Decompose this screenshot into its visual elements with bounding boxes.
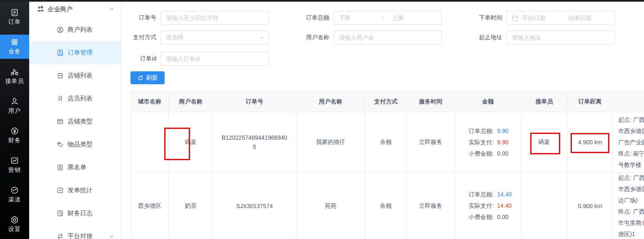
order-icon bbox=[10, 8, 19, 17]
menu-item-shop-type[interactable]: 店铺类型 bbox=[29, 110, 121, 133]
amount-paid-value: 14.40 bbox=[497, 200, 516, 211]
cell-city bbox=[131, 112, 169, 173]
platform-link-icon bbox=[57, 233, 64, 239]
address-line: 终点: 南宁 bbox=[618, 148, 644, 159]
order-no-text: B12022574894419669405 bbox=[215, 133, 294, 151]
sidebar-item-couriers[interactable]: 接单员 bbox=[0, 64, 29, 88]
sidebar-item-channels[interactable]: 渠道 bbox=[0, 183, 29, 207]
cell-distance: 0.900 km bbox=[567, 173, 613, 239]
filter-label: 订单id bbox=[121, 55, 160, 63]
secondary-sidebar: 企业商户 商户列表 订单管理 店铺列表 bbox=[29, 0, 121, 239]
sidebar-item-label: 渠道 bbox=[8, 196, 21, 204]
chevron-down-icon[interactable] bbox=[109, 234, 114, 239]
address-line: 起点: 广西 bbox=[618, 173, 644, 184]
amount-paid-label: 实际支付: bbox=[460, 137, 494, 148]
menu-item-label: 订单管理 bbox=[68, 49, 93, 57]
address-input[interactable] bbox=[507, 31, 614, 44]
menu-item-merchant-list[interactable]: 商户列表 bbox=[29, 18, 121, 41]
calendar-icon bbox=[512, 15, 518, 21]
menu-item-goods-type[interactable]: 物品类型 bbox=[29, 133, 121, 156]
end-date-input[interactable] bbox=[568, 11, 610, 25]
menu-item-blacklist[interactable]: 黑名单 bbox=[29, 156, 121, 179]
cell-address: 起点: 广西 市西乡塘区 达广场) 终点: 广西 市屯里商业 塘区)1 bbox=[613, 173, 644, 239]
cell-courier: 碼皇 bbox=[521, 112, 567, 173]
filter-label: 订单号 bbox=[121, 14, 160, 22]
order-total-max-input[interactable] bbox=[390, 11, 433, 25]
cell-merchant: 奶茶 bbox=[169, 173, 213, 239]
user-name-input[interactable] bbox=[334, 31, 441, 44]
sidebar-item-business[interactable]: 业务 bbox=[0, 35, 29, 59]
col-header-amount: 金额 bbox=[455, 91, 521, 112]
filter-order-time: 下单时间 bbox=[467, 11, 615, 25]
menu-item-dispatch-stats[interactable]: 发单统计 bbox=[29, 179, 121, 202]
address-line: 起点: 广西 bbox=[618, 114, 644, 126]
sidebar-item-label: 营销 bbox=[8, 166, 21, 174]
sidebar-item-label: 财务 bbox=[8, 137, 21, 144]
shop-list-icon bbox=[57, 72, 64, 79]
address-line: 达广场) bbox=[618, 195, 638, 206]
cell-courier bbox=[521, 173, 567, 239]
refresh-button[interactable]: 刷新 bbox=[130, 71, 165, 84]
amount-tip-label: 小费金额: bbox=[460, 148, 494, 159]
table-row[interactable]: 西乡塘区 奶茶 SJX30137574 苑苑 余额 立即服务 订单总额:14.4… bbox=[131, 173, 644, 239]
sidebar-item-label: 接单员 bbox=[5, 78, 24, 85]
address-line: 市西乡塘区 bbox=[618, 126, 644, 137]
menu-item-staff-list[interactable]: 店员列表 bbox=[29, 87, 121, 110]
order-total-min-input[interactable] bbox=[334, 11, 377, 25]
blacklist-icon bbox=[57, 164, 64, 171]
sidebar-item-orders[interactable]: 订单 bbox=[0, 5, 29, 29]
address-line: 市屯里商业 bbox=[618, 217, 644, 229]
sidebar-item-users[interactable]: 用户 bbox=[0, 94, 29, 118]
menu-item-label: 店员列表 bbox=[68, 95, 93, 103]
filter-order-no: 订单号 bbox=[121, 11, 269, 25]
cell-address: 起点: 广西 市西乡塘区 广告产业园 终点: 南宁 号教学楼 bbox=[613, 112, 644, 173]
date-range-picker[interactable] bbox=[506, 11, 615, 25]
orders-table: 城市名称 商户名称 订单号 用户名称 支付方式 服务时间 金额 接单员 订单距离… bbox=[130, 91, 644, 239]
merchant-list-icon bbox=[57, 26, 64, 33]
amount-tip-value: 0.00 bbox=[497, 211, 516, 223]
address-line: 市西乡塘区 bbox=[618, 184, 644, 195]
menu-item-label: 商户列表 bbox=[68, 26, 93, 34]
menu-item-order-management[interactable]: 订单管理 bbox=[29, 41, 121, 64]
table-header-row: 城市名称 商户名称 订单号 用户名称 支付方式 服务时间 金额 接单员 订单距离 bbox=[131, 91, 644, 112]
sidebar-item-marketing[interactable]: 营销 bbox=[0, 153, 29, 177]
menu-item-label: 财务日志 bbox=[68, 209, 93, 217]
amount-paid-label: 实际支付: bbox=[460, 200, 494, 211]
amount-total-label: 订单总额: bbox=[460, 126, 494, 137]
order-id-input[interactable] bbox=[161, 52, 268, 65]
col-header-courier: 接单员 bbox=[521, 91, 567, 112]
col-header-service: 服务时间 bbox=[407, 91, 455, 112]
finance-icon bbox=[10, 127, 19, 135]
menu-item-label: 黑名单 bbox=[68, 164, 86, 171]
cell-merchant: 碼皇 bbox=[169, 112, 213, 173]
chevron-up-icon[interactable] bbox=[109, 7, 114, 12]
menu-item-finance-log[interactable]: 财务日志 bbox=[29, 202, 121, 225]
filter-label: 起止地址 bbox=[467, 34, 506, 41]
settings-icon bbox=[10, 216, 19, 224]
menu-item-label: 店铺列表 bbox=[68, 72, 93, 80]
order-no-input[interactable] bbox=[161, 11, 268, 25]
user-icon bbox=[10, 97, 19, 106]
refresh-icon bbox=[138, 75, 143, 81]
sidebar-item-finance[interactable]: 财务 bbox=[0, 123, 29, 148]
cell-order-no: B12022574894419669405 bbox=[213, 112, 296, 173]
pay-method-select[interactable]: 请选择 bbox=[160, 30, 269, 45]
menu-item-shop-list[interactable]: 店铺列表 bbox=[29, 64, 121, 87]
staff-list-icon bbox=[57, 95, 64, 102]
order-manage-icon bbox=[57, 49, 64, 56]
menu-item-platform-link[interactable]: 平台对接 bbox=[29, 225, 121, 239]
business-icon bbox=[10, 38, 19, 46]
address-line: 号教学楼 bbox=[618, 159, 641, 171]
menu-item-label: 平台对接 bbox=[68, 232, 93, 239]
chevron-down-icon bbox=[259, 35, 264, 40]
cell-order-no: SJX30137574 bbox=[213, 173, 296, 239]
address-line: 广告产业园 bbox=[618, 137, 644, 148]
menu-group-enterprise-merchants[interactable]: 企业商户 bbox=[29, 0, 121, 18]
order-no-text: SJX30137574 bbox=[231, 201, 279, 211]
col-header-pay: 支付方式 bbox=[365, 91, 407, 112]
sidebar-item-settings[interactable]: 设置 bbox=[0, 212, 29, 236]
amount-total-label: 订单总额: bbox=[460, 189, 494, 200]
amount-total-value: 14.40 bbox=[497, 189, 516, 200]
table-row[interactable]: 碼皇 B12022574894419669405 我家的猫仔 余额 立即服务 订… bbox=[131, 112, 644, 173]
start-date-input[interactable] bbox=[522, 11, 564, 25]
